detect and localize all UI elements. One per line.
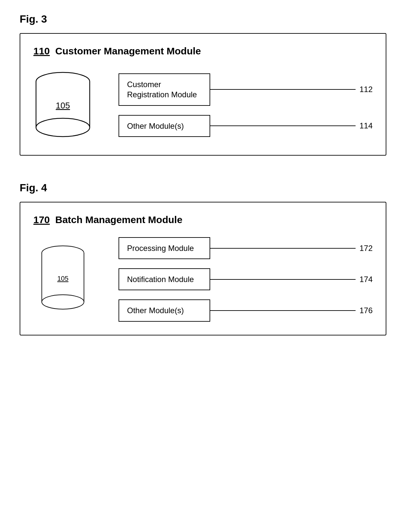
fig3-module-box-1: Other Module(s)	[119, 115, 210, 137]
fig4-module-row-0: Processing Module 172	[119, 237, 373, 259]
fig4-connector-2: 176	[210, 306, 373, 315]
fig3-line-1	[210, 125, 356, 126]
fig4-ref-0: 172	[360, 244, 373, 253]
fig4-modules: Processing Module 172 Notification Modul…	[119, 237, 373, 322]
fig4-connector-0: 172	[210, 244, 373, 253]
fig3-title-text: Customer Management Module	[55, 46, 201, 56]
fig4-section: Fig. 4 170 Batch Management Module 105	[20, 182, 386, 335]
fig4-title-text: Batch Management Module	[55, 214, 182, 225]
svg-point-10	[42, 294, 84, 309]
fig3-connector-0: 112	[210, 85, 373, 94]
fig3-module-row-1: Other Module(s) 114	[119, 115, 373, 137]
svg-point-4	[36, 118, 90, 137]
fig4-module-box-2: Other Module(s)	[119, 299, 210, 321]
fig3-label: Fig. 3	[20, 13, 386, 25]
fig3-module-row-0: CustomerRegistration Module 112	[119, 73, 373, 105]
fig4-module-row-2: Other Module(s) 176	[119, 299, 373, 321]
svg-text:105: 105	[57, 275, 68, 282]
fig3-module-box-0: CustomerRegistration Module	[119, 73, 210, 105]
fig3-ref-0: 112	[360, 85, 373, 94]
fig3-ref-1: 114	[360, 121, 373, 130]
fig3-container: 110 Customer Management Module 105	[20, 33, 386, 156]
fig4-module-box-1: Notification Module	[119, 268, 210, 290]
fig4-ref-2: 176	[360, 306, 373, 315]
fig4-connector-1: 174	[210, 275, 373, 284]
fig4-module-row-1: Notification Module 174	[119, 268, 373, 290]
fig4-line-2	[210, 310, 356, 311]
fig3-cylinder: 105	[33, 68, 92, 142]
fig4-line-0	[210, 248, 356, 249]
fig3-modules: CustomerRegistration Module 112 Other Mo…	[119, 73, 373, 137]
fig4-module-box-0: Processing Module	[119, 237, 210, 259]
fig4-line-1	[210, 279, 356, 280]
fig3-title-ref: 110	[33, 46, 50, 56]
fig3-title: 110 Customer Management Module	[33, 46, 373, 57]
svg-text:105: 105	[56, 101, 70, 110]
fig3-line-0	[210, 89, 356, 90]
fig3-content: 105 CustomerRegistration Module 112	[33, 68, 373, 142]
fig3-connector-1: 114	[210, 121, 373, 130]
fig4-content: 105 Processing Module 172 Notification M…	[33, 237, 373, 322]
fig4-ref-1: 174	[360, 275, 373, 284]
fig4-cylinder: 105	[33, 243, 92, 316]
fig4-label: Fig. 4	[20, 182, 386, 194]
fig4-title-ref: 170	[33, 214, 50, 225]
fig4-title: 170 Batch Management Module	[33, 214, 373, 225]
fig3-section: Fig. 3 110 Customer Management Module 10…	[20, 13, 386, 156]
fig4-container: 170 Batch Management Module 105 Pro	[20, 202, 386, 335]
